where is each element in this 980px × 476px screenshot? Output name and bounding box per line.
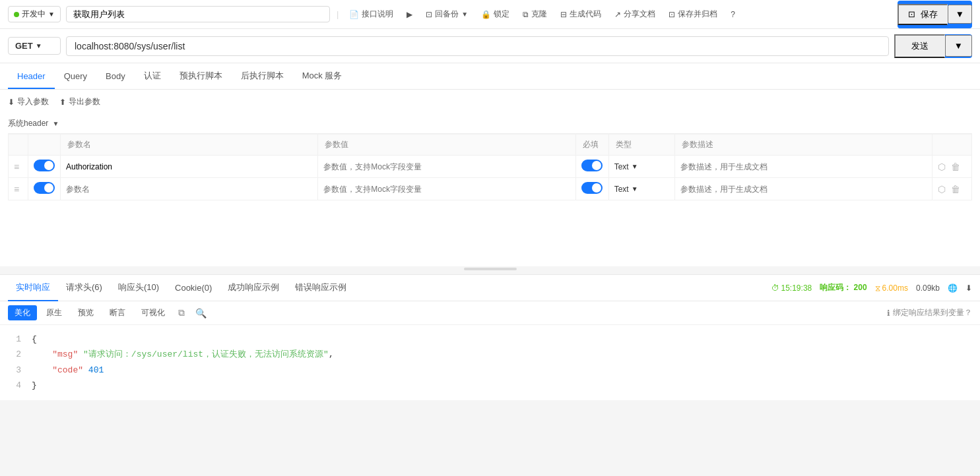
toggle-switch-1[interactable] (34, 160, 55, 171)
code-val-2: "请求访问：/sys/user/list，认证失败，无法访问系统资源" (83, 349, 329, 359)
tab-query[interactable]: Query (55, 65, 96, 89)
view-raw-button[interactable]: 原生 (40, 305, 69, 320)
delete-icon-2[interactable]: 🗑 (951, 184, 960, 194)
view-assert-button[interactable]: 断言 (103, 305, 132, 320)
param-name-input-1[interactable] (66, 162, 312, 171)
code-content-1: { (32, 332, 37, 347)
method-select[interactable]: GET ▼ (8, 37, 61, 55)
tab-realtime-response[interactable]: 实时响应 (8, 275, 58, 301)
toggle-cell (28, 156, 61, 178)
required-cell-2 (575, 178, 608, 200)
desc-input-2[interactable] (680, 185, 927, 194)
tab-auth[interactable]: 认证 (135, 63, 170, 90)
question-circle-icon: ℹ (887, 309, 890, 318)
search-icon-button[interactable]: 🔍 (191, 307, 211, 320)
tab-error-example[interactable]: 错误响应示例 (287, 275, 354, 301)
status-badge[interactable]: 开发中 ▼ (8, 6, 61, 22)
type-select-2[interactable]: Text ▼ (614, 185, 669, 194)
type-cell-1: Text ▼ (608, 156, 674, 178)
type-cell-2: Text ▼ (608, 178, 674, 200)
code-content-2: "msg" "请求访问：/sys/user/list，认证失败，无法访问系统资源… (32, 347, 334, 362)
tab-body[interactable]: Body (96, 65, 135, 89)
col-param-name: 参数名 (61, 134, 318, 156)
tab-cookie[interactable]: Cookie(0) (167, 276, 220, 301)
save-archive-button[interactable]: ⊡ 保存并归档 (665, 7, 721, 22)
interface-doc-label: 接口说明 (362, 9, 393, 20)
export-icon: ⬆ (59, 98, 66, 107)
param-value-input-1[interactable] (323, 162, 570, 171)
params-area: ⬇ 导入参数 ⬆ 导出参数 系统header ▼ 参数名 参数值 必填 类型 参… (0, 90, 980, 200)
required-toggle-2[interactable] (581, 182, 603, 194)
response-view-bar: 美化 原生 预览 断言 可视化 ⧉ 🔍 ℹ 绑定响应结果到变量？ (0, 301, 980, 325)
gen-code-label: 生成代码 (570, 9, 601, 20)
required-cell-1 (575, 156, 608, 178)
line-num-1: 1 (8, 332, 21, 347)
actions-cell-1: ⬡ 🗑 (932, 156, 972, 178)
required-toggle-1[interactable] (581, 160, 603, 171)
help-button[interactable]: ? (727, 8, 739, 21)
tab-post-script[interactable]: 后执行脚本 (232, 63, 293, 90)
view-visual-button[interactable]: 可视化 (135, 305, 172, 320)
cube-icon-1[interactable]: ⬡ (938, 162, 946, 172)
divider: | (337, 9, 339, 19)
sys-header-row[interactable]: 系统header ▼ (8, 114, 972, 134)
col-description: 参数描述 (674, 134, 932, 156)
interface-doc-button[interactable]: 📄 接口说明 (345, 7, 397, 22)
cube-icon-2[interactable]: ⬡ (938, 184, 946, 194)
run-button[interactable]: ▶ (403, 8, 416, 21)
send-dropdown-button[interactable]: ▼ (945, 35, 972, 57)
line-num-4: 4 (8, 378, 21, 393)
action-buttons-1: ⬡ 🗑 (938, 162, 966, 172)
scroll-bar[interactable] (464, 268, 517, 270)
drag-handle-icon-2[interactable]: ≡ (14, 184, 19, 194)
chevron-down-icon: ▼ (48, 11, 55, 18)
api-name-input[interactable] (66, 6, 330, 22)
save-main-button[interactable]: ⊡ 保存 (898, 4, 948, 25)
share-button[interactable]: ↗ 分享文档 (610, 7, 659, 22)
type-chevron-1: ▼ (632, 163, 638, 170)
tab-request-headers[interactable]: 请求头(6) (58, 275, 110, 301)
tab-response-headers[interactable]: 响应头(10) (110, 275, 167, 301)
chevron-down-icon-3: ▼ (956, 9, 964, 19)
sys-header-label: 系统header (8, 118, 48, 129)
export-label: 导出参数 (69, 96, 100, 107)
desc-input-1[interactable] (680, 162, 927, 171)
toggle-knob-1 (44, 161, 53, 170)
tab-header[interactable]: Header (8, 65, 55, 89)
param-name-input-2[interactable] (66, 185, 312, 194)
line-num-2: 2 (8, 347, 21, 362)
chevron-down-icon-2: ▼ (461, 11, 468, 18)
globe-icon[interactable]: 🌐 (948, 283, 958, 293)
send-main-button[interactable]: 发送 (894, 34, 945, 58)
required-knob-1 (592, 161, 601, 170)
toggle-switch-2[interactable] (34, 182, 55, 194)
type-select-1[interactable]: Text ▼ (614, 162, 669, 171)
drag-handle-icon[interactable]: ≡ (14, 162, 19, 172)
url-input[interactable] (66, 36, 889, 56)
view-beautify-button[interactable]: 美化 (8, 305, 37, 320)
tab-success-example[interactable]: 成功响应示例 (220, 275, 287, 301)
bind-variable-button[interactable]: ℹ 绑定响应结果到变量？ (887, 307, 972, 318)
response-code-value: 200 (854, 283, 867, 292)
tab-mock[interactable]: Mock 服务 (293, 63, 352, 90)
lock-button[interactable]: 🔒 锁定 (477, 7, 513, 22)
method-label: GET (15, 41, 33, 51)
copy-icon-button[interactable]: ⧉ (174, 306, 189, 320)
gen-code-button[interactable]: ⊟ 生成代码 (556, 7, 605, 22)
response-section: 实时响应 请求头(6) 响应头(10) Cookie(0) 成功响应示例 错误响… (0, 274, 980, 400)
col-toggle (28, 134, 61, 156)
view-preview-button[interactable]: 预览 (71, 305, 100, 320)
backup-button[interactable]: ⊡ 回备份 ▼ (422, 7, 472, 22)
clone-label: 克隆 (531, 9, 547, 20)
backup-label: 回备份 (435, 9, 459, 20)
save-dropdown-button[interactable]: ▼ (948, 5, 972, 24)
import-params-button[interactable]: ⬇ 导入参数 (8, 96, 49, 107)
param-value-input-2[interactable] (323, 185, 570, 194)
clone-button[interactable]: ⧉ 克隆 (519, 7, 551, 22)
export-params-button[interactable]: ⬆ 导出参数 (59, 96, 100, 107)
delete-icon-1[interactable]: 🗑 (951, 162, 960, 172)
line-num-3: 3 (8, 363, 21, 378)
download-icon[interactable]: ⬇ (965, 283, 972, 293)
desc-cell-1 (674, 156, 932, 178)
tab-pre-script[interactable]: 预执行脚本 (170, 63, 232, 90)
